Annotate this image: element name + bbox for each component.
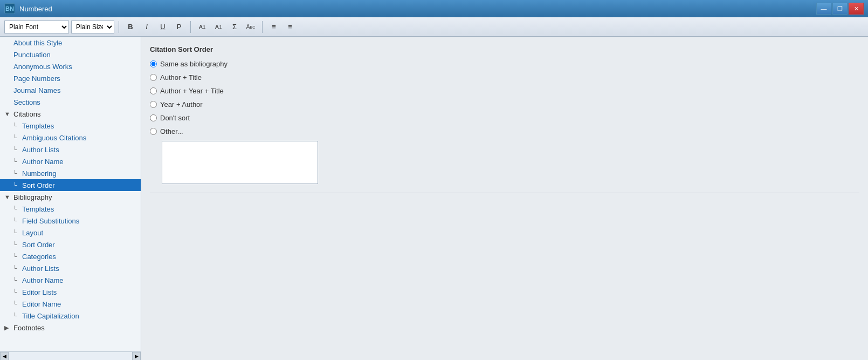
sidebar-item-bib-title-cap[interactable]: └ Title Capitalization bbox=[0, 310, 141, 322]
sidebar-item-page-numbers[interactable]: Page Numbers bbox=[0, 72, 141, 84]
radio-year-author[interactable]: Year + Author bbox=[150, 100, 859, 108]
sidebar-item-bib-field-subs[interactable]: └ Field Substitutions bbox=[0, 215, 141, 227]
expand-icon-cit-al: └ bbox=[13, 146, 20, 153]
other-textarea[interactable] bbox=[162, 141, 318, 184]
radio-input-author-title[interactable] bbox=[150, 74, 157, 81]
sidebar-item-bib-editor-lists[interactable]: └ Editor Lists bbox=[0, 286, 141, 298]
underline-button[interactable]: U bbox=[156, 21, 170, 33]
sidebar-item-about[interactable]: About this Style bbox=[0, 37, 141, 49]
italic-button[interactable]: I bbox=[140, 21, 154, 33]
sidebar-item-citations-sort-order[interactable]: └ Sort Order bbox=[0, 179, 141, 191]
size-select[interactable]: Plain Size810121416 bbox=[71, 21, 114, 33]
radio-input-same-as-bib[interactable] bbox=[150, 60, 157, 67]
expand-icon-citations: ▼ bbox=[4, 111, 12, 117]
minimize-button[interactable]: — bbox=[816, 3, 831, 15]
expand-icon-bib-an: └ bbox=[13, 277, 20, 283]
hscroll-left-btn[interactable]: ◀ bbox=[0, 352, 9, 361]
sidebar-item-bib-templates[interactable]: └ Templates bbox=[0, 203, 141, 215]
sidebar-item-citations-ambiguous[interactable]: └ Ambiguous Citations bbox=[0, 132, 141, 144]
sidebar-item-bib-author-lists[interactable]: └ Author Lists bbox=[0, 262, 141, 274]
sidebar-item-bib-author-name[interactable]: └ Author Name bbox=[0, 274, 141, 286]
sidebar-item-citations-templates[interactable]: └ Templates bbox=[0, 120, 141, 132]
sidebar-item-anonymous[interactable]: Anonymous Works bbox=[0, 60, 141, 72]
close-button[interactable]: ✕ bbox=[849, 3, 864, 15]
hscroll-right-btn[interactable]: ▶ bbox=[132, 352, 141, 361]
sidebar: About this Style Punctuation Anonymous W… bbox=[0, 37, 141, 360]
sidebar-item-sections[interactable]: Sections bbox=[0, 96, 141, 108]
superscript-button[interactable]: A1 bbox=[195, 21, 209, 33]
expand-icon-bib-tc: └ bbox=[13, 313, 20, 319]
expand-icon-bib-sort: └ bbox=[13, 241, 20, 248]
section-title: Citation Sort Order bbox=[150, 45, 859, 53]
sidebar-item-bib-sort-order[interactable]: └ Sort Order bbox=[0, 239, 141, 250]
expand-icon-bib-tmpl: └ bbox=[13, 206, 20, 212]
sidebar-item-citations[interactable]: ▼ Citations bbox=[0, 108, 141, 120]
sidebar-item-bibliography[interactable]: ▼ Bibliography bbox=[0, 191, 141, 203]
expand-icon-bib-al: └ bbox=[13, 265, 20, 271]
window-controls: — ❐ ✕ bbox=[816, 3, 864, 15]
radio-input-other[interactable] bbox=[150, 128, 157, 135]
expand-icon-bib-en: └ bbox=[13, 301, 20, 307]
title-bar-left: BN Numbered bbox=[4, 3, 52, 14]
sidebar-item-footnotes[interactable]: ▶ Footnotes bbox=[0, 322, 141, 334]
abc-button[interactable]: Abc bbox=[244, 21, 258, 33]
expand-icon-cit-sort: └ bbox=[13, 182, 20, 188]
sidebar-item-punctuation[interactable]: Punctuation bbox=[0, 49, 141, 60]
sidebar-item-citations-numbering[interactable]: └ Numbering bbox=[0, 167, 141, 179]
sidebar-item-bib-editor-name[interactable]: └ Editor Name bbox=[0, 298, 141, 310]
expand-icon-bib-el: └ bbox=[13, 289, 20, 295]
toolbar-separator-1 bbox=[119, 21, 119, 33]
sidebar-scroll[interactable]: About this Style Punctuation Anonymous W… bbox=[0, 37, 141, 351]
radio-other[interactable]: Other... bbox=[150, 127, 859, 135]
content-divider bbox=[150, 193, 859, 193]
align-left-button[interactable]: ≡ bbox=[267, 21, 281, 33]
sigma-button[interactable]: Σ bbox=[228, 21, 242, 33]
sidebar-item-journal-names[interactable]: Journal Names bbox=[0, 84, 141, 96]
app-title: Numbered bbox=[19, 5, 52, 13]
maximize-button[interactable]: ❐ bbox=[832, 3, 848, 15]
expand-icon-bib-lay: └ bbox=[13, 229, 20, 236]
radio-group-sort-order: Same as bibliography Author + Title Auth… bbox=[150, 60, 859, 184]
expand-icon-bib-fs: └ bbox=[13, 218, 20, 224]
font-select[interactable]: Plain FontTimes New RomanArialHelvetica bbox=[4, 21, 69, 33]
expand-icon-bib: ▼ bbox=[4, 194, 12, 200]
content-area: Citation Sort Order Same as bibliography… bbox=[141, 37, 868, 360]
expand-icon-bib-cat: └ bbox=[13, 253, 20, 260]
expand-icon-cit-amb: └ bbox=[13, 134, 20, 141]
expand-icon-cit-an: └ bbox=[13, 158, 20, 165]
main-layout: About this Style Punctuation Anonymous W… bbox=[0, 37, 868, 360]
expand-icon-cit-num: └ bbox=[13, 170, 20, 176]
sidebar-hscroll[interactable]: ◀ ▶ bbox=[0, 351, 141, 360]
subscript-button[interactable]: A1 bbox=[211, 21, 225, 33]
plain-button[interactable]: P bbox=[172, 21, 186, 33]
radio-author-title[interactable]: Author + Title bbox=[150, 73, 859, 81]
radio-author-year-title[interactable]: Author + Year + Title bbox=[150, 87, 859, 95]
toolbar-separator-3 bbox=[262, 21, 263, 33]
radio-input-author-year-title[interactable] bbox=[150, 87, 157, 94]
radio-input-dont-sort[interactable] bbox=[150, 114, 157, 121]
radio-input-year-author[interactable] bbox=[150, 101, 157, 108]
toolbar: Plain FontTimes New RomanArialHelvetica … bbox=[0, 17, 868, 37]
sidebar-item-bib-layout[interactable]: └ Layout bbox=[0, 227, 141, 239]
toolbar-separator-2 bbox=[190, 21, 191, 33]
expand-icon-fn: ▶ bbox=[4, 324, 12, 331]
radio-same-as-bib[interactable]: Same as bibliography bbox=[150, 60, 859, 68]
hscroll-track[interactable] bbox=[9, 352, 132, 360]
app-icon: BN bbox=[4, 3, 15, 14]
radio-dont-sort[interactable]: Don't sort bbox=[150, 114, 859, 122]
sidebar-item-bib-categories[interactable]: └ Categories bbox=[0, 250, 141, 262]
sidebar-item-citations-author-name[interactable]: └ Author Name bbox=[0, 155, 141, 167]
title-bar: BN Numbered — ❐ ✕ bbox=[0, 0, 868, 17]
sidebar-item-citations-author-lists[interactable]: └ Author Lists bbox=[0, 144, 141, 155]
expand-icon-cit-tmpl: └ bbox=[13, 123, 20, 129]
align-justify-button[interactable]: ≡ bbox=[283, 21, 297, 33]
bold-button[interactable]: B bbox=[123, 21, 137, 33]
